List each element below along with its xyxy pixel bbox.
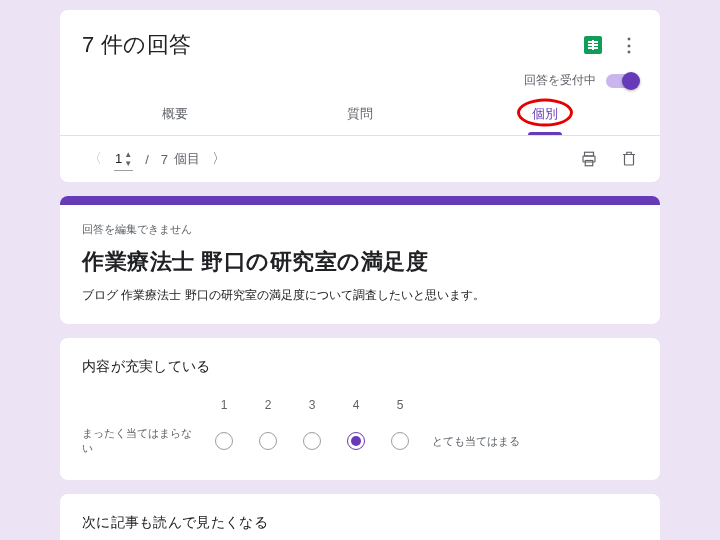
response-pager: 〈 1 ▲▼ / 7 個目 〉 xyxy=(60,135,660,182)
response-total: 7 xyxy=(161,152,168,167)
svg-rect-3 xyxy=(625,155,634,166)
response-unit-label: 個目 xyxy=(174,150,200,168)
response-index-value: 1 xyxy=(115,151,122,166)
form-description: ブログ 作業療法士 野口の研究室の満足度について調査したいと思います。 xyxy=(82,287,638,304)
prev-response-button[interactable]: 〈 xyxy=(82,146,108,172)
stepper-icon: ▲▼ xyxy=(124,150,132,168)
responses-count-title: 7 件の回答 xyxy=(82,30,191,60)
tab-question[interactable]: 質問 xyxy=(267,93,452,135)
question-card: 次に記事も読んで見たくなる 1 2 3 4 5 まったく当てはまらない とても当… xyxy=(60,494,660,540)
accepting-responses-label: 回答を受付中 xyxy=(524,72,596,89)
tab-question-label: 質問 xyxy=(347,106,373,121)
form-header-card: 回答を編集できません 作業療法士 野口の研究室の満足度 ブログ 作業療法士 野口… xyxy=(60,196,660,324)
scale-high-label: とても当てはまる xyxy=(422,434,520,449)
accepting-responses-toggle[interactable] xyxy=(606,74,638,88)
scale-option-3[interactable] xyxy=(303,432,321,450)
response-index-input[interactable]: 1 ▲▼ xyxy=(114,148,133,171)
question-card: 内容が充実している 1 2 3 4 5 まったく当てはまらない とても当てはまる xyxy=(60,338,660,480)
delete-response-icon[interactable] xyxy=(620,150,638,168)
scale-number: 4 xyxy=(353,398,360,412)
more-menu-icon[interactable]: ⋮ xyxy=(620,36,638,54)
tab-summary[interactable]: 概要 xyxy=(82,93,267,135)
scale-option-4[interactable] xyxy=(347,432,365,450)
tab-individual[interactable]: 個別 xyxy=(453,93,638,135)
scale-number: 1 xyxy=(221,398,228,412)
tab-individual-label: 個別 xyxy=(532,106,558,121)
scale-option-5[interactable] xyxy=(391,432,409,450)
scale-low-label: まったく当てはまらない xyxy=(82,426,202,456)
next-response-button[interactable]: 〉 xyxy=(206,146,232,172)
svg-rect-2 xyxy=(585,161,593,166)
form-title: 作業療法士 野口の研究室の満足度 xyxy=(82,247,638,277)
scale-number: 3 xyxy=(309,398,316,412)
pager-slash: / xyxy=(145,152,149,167)
tab-summary-label: 概要 xyxy=(162,106,188,121)
print-icon[interactable] xyxy=(580,150,598,168)
scale-option-2[interactable] xyxy=(259,432,277,450)
question-title: 次に記事も読んで見たくなる xyxy=(82,514,638,532)
scale-number: 5 xyxy=(397,398,404,412)
scale-option-1[interactable] xyxy=(215,432,233,450)
sheets-icon[interactable] xyxy=(584,36,602,54)
question-title: 内容が充実している xyxy=(82,358,638,376)
scale-number: 2 xyxy=(265,398,272,412)
responses-tabs: 概要 質問 個別 xyxy=(82,93,638,135)
edit-disabled-notice: 回答を編集できません xyxy=(82,222,638,237)
